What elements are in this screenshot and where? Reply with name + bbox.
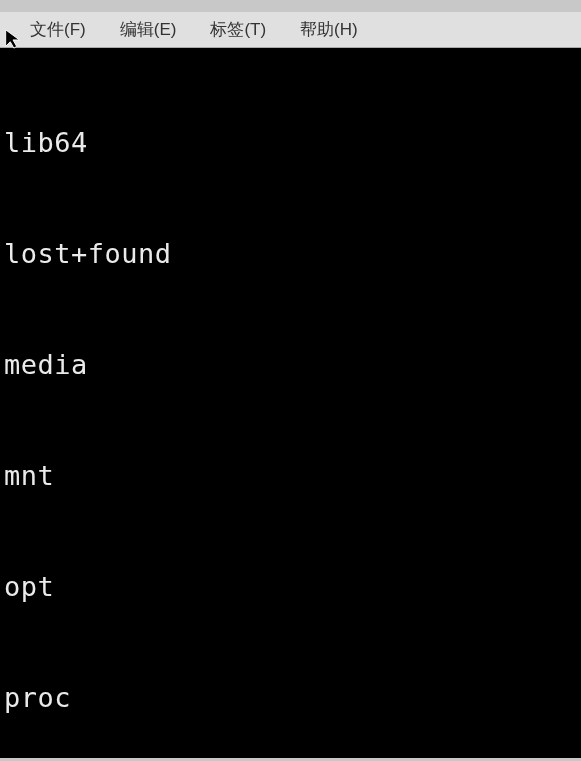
terminal-line: lost+found [4, 235, 577, 272]
terminal-line: proc [4, 679, 577, 716]
terminal-line: lib64 [4, 124, 577, 161]
terminal-line: opt [4, 568, 577, 605]
menu-file[interactable]: 文件(F) [24, 14, 92, 45]
menubar[interactable]: 文件(F) 编辑(E) 标签(T) 帮助(H) [0, 12, 581, 48]
terminal-line: media [4, 346, 577, 383]
terminal-line: mnt [4, 457, 577, 494]
menu-tabs[interactable]: 标签(T) [204, 14, 272, 45]
terminal-viewport[interactable]: lib64 lost+found media mnt opt proc root… [0, 48, 581, 758]
window-titlebar [0, 0, 581, 12]
menu-help[interactable]: 帮助(H) [294, 14, 364, 45]
menu-edit[interactable]: 编辑(E) [114, 14, 183, 45]
